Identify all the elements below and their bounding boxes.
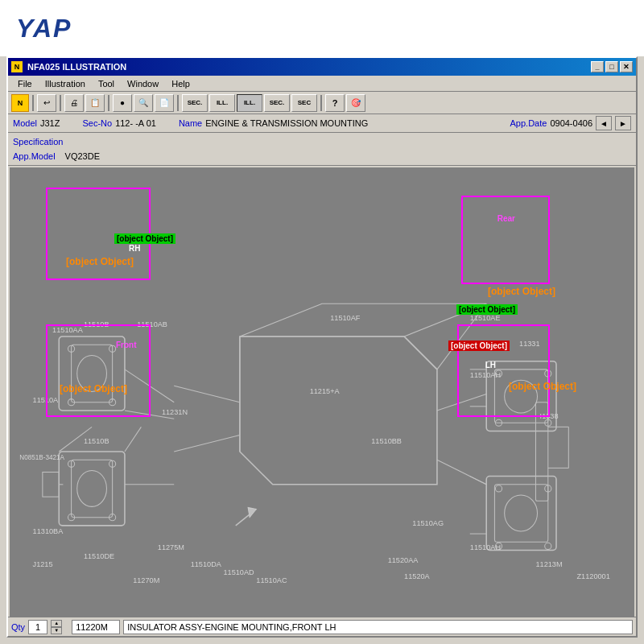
model-label: Model	[13, 118, 37, 128]
svg-text:11510DE: 11510DE	[84, 552, 114, 560]
appdate-label: App.Date	[510, 118, 547, 128]
part-number-field[interactable]: 11220M	[72, 620, 120, 634]
svg-marker-0	[240, 336, 437, 485]
svg-point-7	[77, 470, 107, 506]
svg-text:11270M: 11270M	[133, 576, 159, 584]
svg-text:11275M: 11275M	[158, 544, 184, 552]
qty-up-button[interactable]: ▲	[51, 620, 62, 627]
menu-help[interactable]: Help	[165, 77, 196, 90]
svg-line-9	[125, 427, 141, 452]
svg-line-31	[437, 460, 486, 485]
part-label-11220-9y106: [object Object]	[509, 381, 576, 392]
yap-logo: YAP	[16, 14, 72, 43]
name-value: ENGINE & TRANSMISSION MOUNTING	[205, 118, 368, 128]
red-label-11220-right: [object Object]	[448, 341, 510, 351]
menu-illustration[interactable]: Illustration	[39, 77, 92, 90]
appmodel-label: App.Model	[13, 151, 56, 161]
spec-bar: Specification App.Model VQ23DE	[8, 133, 636, 166]
nav-next-button[interactable]: ►	[615, 116, 631, 130]
svg-text:11510AE: 11510AE	[470, 314, 501, 322]
minimize-button[interactable]: _	[591, 61, 604, 72]
svg-line-28	[174, 386, 240, 402]
svg-text:11510AD: 11510AD	[223, 568, 254, 576]
qty-down-button[interactable]: ▼	[51, 627, 62, 634]
part-highlight-box-left-front	[46, 324, 151, 417]
menu-tool[interactable]: Tool	[92, 77, 121, 90]
green-label-11220-left: [object Object]	[114, 233, 175, 244]
main-window: N NFA025 ILLUSTRATION _ □ ✕ File Illustr…	[6, 56, 638, 638]
toolbar-separator-4	[177, 95, 179, 111]
clipboard-button[interactable]: 📋	[85, 94, 105, 112]
ill-button-2[interactable]: ILL.	[237, 94, 262, 112]
svg-text:11231N: 11231N	[162, 408, 188, 416]
page-button[interactable]: 📄	[155, 94, 174, 112]
info-bar: Model J31Z Sec-No 112- -A 01 Name ENGINE…	[8, 114, 636, 133]
toolbar-icon-button[interactable]: N	[11, 94, 29, 112]
part-highlight-box-right-front	[457, 324, 550, 417]
spec-label: Specification	[13, 137, 63, 147]
svg-text:11215+A: 11215+A	[310, 388, 341, 396]
svg-text:11510AH: 11510AH	[470, 544, 501, 552]
undo-button[interactable]: ↩	[37, 94, 56, 112]
menu-bar: File Illustration Tool Window Help	[8, 76, 636, 92]
front-label: Front	[116, 341, 137, 349]
name-label: Name	[179, 118, 202, 128]
menu-file[interactable]: File	[11, 77, 39, 90]
print-button[interactable]: 🖨	[64, 94, 84, 112]
toolbar-separator-3	[108, 95, 109, 111]
qty-spinner[interactable]: ▲ ▼	[51, 620, 62, 634]
qty-value[interactable]: 1	[28, 620, 47, 634]
svg-text:J1215: J1215	[33, 560, 53, 568]
title-icon: N	[11, 61, 23, 72]
circle-button[interactable]: ●	[113, 94, 132, 112]
title-bar: N NFA025 ILLUSTRATION _ □ ✕	[8, 58, 636, 76]
sec-button-2[interactable]: SEC.	[264, 94, 290, 112]
svg-line-29	[174, 436, 240, 452]
svg-text:11510BB: 11510BB	[371, 437, 402, 445]
part-label-11270-ch101: [object Object]	[60, 383, 127, 394]
secno-value: 112- -A 01	[115, 118, 156, 128]
sec-button-1[interactable]: SEC.	[182, 94, 208, 112]
svg-marker-3	[240, 303, 486, 336]
search-button[interactable]: 🔍	[134, 94, 153, 112]
part-description-field: INSULATOR ASSY-ENGINE MOUNTING,FRONT LH	[123, 620, 633, 634]
lh-label: LH	[485, 361, 496, 369]
close-button[interactable]: ✕	[620, 61, 633, 72]
svg-marker-53	[248, 507, 256, 517]
svg-text:11520A: 11520A	[404, 572, 431, 580]
target-button[interactable]: 🎯	[346, 94, 365, 112]
svg-text:11520AA: 11520AA	[388, 556, 419, 564]
svg-text:N0851B-3421A: N0851B-3421A	[19, 454, 64, 461]
appmodel-value: VQ23DE	[65, 151, 100, 161]
model-value: J31Z	[40, 118, 60, 128]
title-text: NFA025 ILLUSTRATION	[27, 62, 589, 72]
green-label-11320-right: [object Object]	[456, 304, 518, 315]
rh-label: RH	[129, 244, 140, 253]
svg-rect-23	[486, 477, 556, 551]
svg-rect-11	[43, 473, 59, 497]
svg-text:11510AG: 11510AG	[412, 519, 444, 527]
svg-point-48	[495, 485, 502, 492]
svg-text:11310BA: 11310BA	[33, 527, 64, 535]
toolbar-separator-2	[60, 95, 61, 111]
part-label-11210-ca000: [object Object]	[66, 256, 134, 267]
maximize-button[interactable]: □	[605, 61, 618, 72]
svg-point-25	[505, 495, 538, 531]
logo-bar: YAP	[0, 0, 644, 56]
svg-rect-5	[59, 452, 125, 526]
svg-point-51	[545, 543, 551, 549]
appdate-value: 0904-0406	[550, 118, 592, 128]
help-button[interactable]: ?	[325, 94, 345, 112]
svg-text:11510AC: 11510AC	[256, 576, 287, 584]
status-bar: Qty 1 ▲ ▼ 11220M INSULATOR ASSY-ENGINE M…	[8, 617, 636, 636]
illustration-area: 11510AA 11510B 11510AB 11510AF 11510AE 1…	[10, 167, 634, 621]
sec-button-3[interactable]: SEC	[291, 94, 317, 112]
toolbar: N ↩ 🖨 📋 ● 🔍 📄 SEC. ILL. ILL. SEC. SEC ? …	[8, 92, 636, 114]
rear-label: Rear	[497, 214, 515, 223]
menu-window[interactable]: Window	[121, 77, 165, 90]
ill-button-1[interactable]: ILL.	[209, 94, 235, 112]
toolbar-separator-5	[320, 95, 322, 111]
svg-text:11510B: 11510B	[84, 437, 109, 445]
nav-prev-button[interactable]: ◄	[596, 116, 612, 130]
svg-text:Z1120001: Z1120001	[577, 572, 610, 580]
